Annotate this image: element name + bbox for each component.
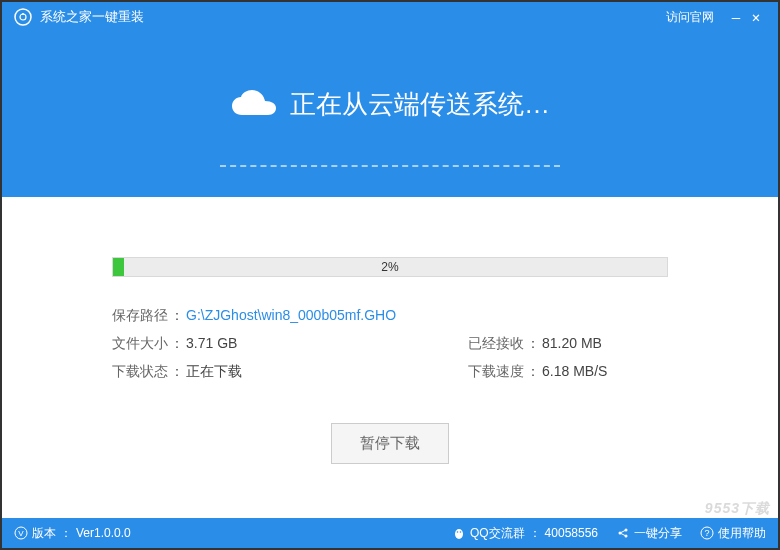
speed-label: 下载速度	[468, 363, 524, 381]
progress-bar: 2%	[112, 257, 668, 277]
version-icon: V	[14, 526, 28, 540]
share-section[interactable]: 一键分享	[616, 525, 682, 542]
save-path-value[interactable]: G:\ZJGhost\win8_000b05mf.GHO	[186, 307, 396, 323]
official-site-link[interactable]: 访问官网	[666, 9, 714, 26]
qq-group-section[interactable]: QQ交流群 ： 40058556	[452, 525, 598, 542]
qq-icon	[452, 526, 466, 540]
decorative-dashes	[220, 165, 560, 167]
download-info: 保存路径 ： G:\ZJGhost\win8_000b05mf.GHO 文件大小…	[112, 307, 668, 381]
version-section: V 版本 ： Ver1.0.0.0	[14, 525, 131, 542]
app-logo-icon	[14, 8, 32, 26]
svg-point-0	[15, 9, 31, 25]
progress-percent-label: 2%	[113, 258, 667, 276]
qq-group-label: QQ交流群	[470, 525, 525, 542]
help-section[interactable]: ? 使用帮助	[700, 525, 766, 542]
close-button[interactable]: ✕	[746, 9, 766, 25]
version-value: Ver1.0.0.0	[76, 526, 131, 540]
titlebar: 系统之家一键重装 访问官网 — ✕	[2, 2, 778, 32]
statusbar: V 版本 ： Ver1.0.0.0 QQ交流群 ： 40058556 一键分享 …	[2, 518, 778, 548]
received-value: 81.20 MB	[542, 335, 602, 351]
cloud-icon	[230, 89, 278, 121]
svg-line-11	[620, 533, 626, 536]
qq-group-value: 40058556	[545, 526, 598, 540]
header-banner: 正在从云端传送系统…	[2, 32, 778, 197]
progress-bar-wrap: 2%	[112, 257, 668, 277]
file-size-value: 3.71 GB	[186, 335, 237, 351]
share-icon	[616, 526, 630, 540]
version-label: 版本	[32, 525, 56, 542]
state-value: 正在下载	[186, 363, 242, 381]
svg-line-10	[620, 530, 626, 533]
svg-text:?: ?	[704, 528, 709, 538]
pause-download-button[interactable]: 暂停下载	[331, 423, 449, 464]
svg-point-6	[460, 531, 462, 533]
help-icon: ?	[700, 526, 714, 540]
svg-point-1	[22, 13, 24, 15]
watermark: 9553下载	[705, 500, 770, 518]
svg-text:V: V	[18, 529, 24, 538]
file-size-label: 文件大小	[112, 335, 168, 353]
header-status-text: 正在从云端传送系统…	[290, 87, 550, 122]
received-label: 已经接收	[468, 335, 524, 353]
app-title: 系统之家一键重装	[40, 8, 144, 26]
save-path-label: 保存路径	[112, 307, 168, 325]
share-label: 一键分享	[634, 525, 682, 542]
state-label: 下载状态	[112, 363, 168, 381]
minimize-button[interactable]: —	[726, 9, 746, 25]
svg-point-4	[455, 529, 463, 539]
svg-point-5	[457, 531, 459, 533]
speed-value: 6.18 MB/S	[542, 363, 607, 379]
help-label: 使用帮助	[718, 525, 766, 542]
download-panel: 2% 保存路径 ： G:\ZJGhost\win8_000b05mf.GHO 文…	[2, 197, 778, 464]
